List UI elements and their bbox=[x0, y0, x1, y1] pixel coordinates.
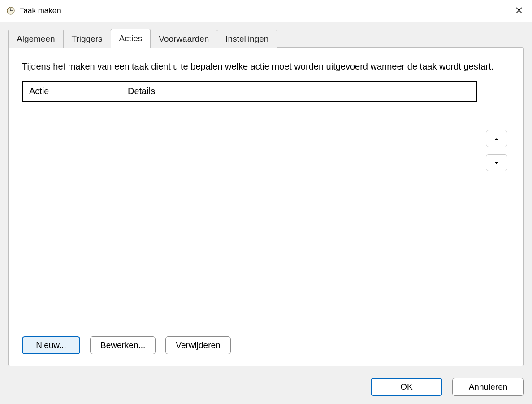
svg-point-3 bbox=[10, 10, 11, 11]
tab-settings[interactable]: Instellingen bbox=[217, 30, 277, 48]
button-label: OK bbox=[400, 382, 412, 392]
task-scheduler-icon bbox=[6, 6, 15, 15]
column-header-details[interactable]: Details bbox=[121, 82, 476, 101]
delete-button[interactable]: Verwijderen bbox=[165, 336, 230, 354]
tab-panel-actions: Tijdens het maken van een taak dient u t… bbox=[8, 47, 524, 366]
chevron-down-icon bbox=[494, 160, 499, 166]
button-label: Bewerken... bbox=[100, 340, 145, 350]
button-label: Nieuw... bbox=[36, 340, 66, 350]
move-up-button[interactable] bbox=[486, 130, 507, 147]
button-label: Verwijderen bbox=[176, 340, 220, 350]
tab-label: Acties bbox=[119, 34, 143, 43]
tab-label: Algemeen bbox=[17, 34, 55, 44]
tab-label: Instellingen bbox=[225, 34, 268, 44]
tab-general[interactable]: Algemeen bbox=[8, 30, 64, 48]
tab-label: Triggers bbox=[72, 34, 103, 44]
panel-action-buttons: Nieuw... Bewerken... Verwijderen bbox=[22, 336, 510, 354]
dialog-body: Algemeen Triggers Acties Voorwaarden Ins… bbox=[0, 22, 532, 404]
column-header-action[interactable]: Actie bbox=[23, 82, 121, 101]
tab-conditions[interactable]: Voorwaarden bbox=[150, 30, 217, 48]
close-icon bbox=[516, 6, 522, 16]
chevron-up-icon bbox=[494, 135, 499, 142]
actions-list[interactable]: Actie Details bbox=[22, 81, 477, 102]
edit-button[interactable]: Bewerken... bbox=[90, 336, 156, 354]
tab-label: Voorwaarden bbox=[159, 34, 209, 44]
cancel-button[interactable]: Annuleren bbox=[452, 378, 524, 396]
list-row: Actie Details bbox=[22, 81, 510, 328]
window-title: Taak maken bbox=[20, 6, 61, 15]
reorder-buttons bbox=[486, 130, 510, 171]
column-label: Actie bbox=[29, 86, 49, 96]
column-label: Details bbox=[128, 86, 155, 96]
new-button[interactable]: Nieuw... bbox=[22, 336, 80, 354]
list-header: Actie Details bbox=[23, 82, 476, 101]
close-button[interactable] bbox=[509, 2, 529, 19]
move-down-button[interactable] bbox=[486, 154, 507, 171]
ok-button[interactable]: OK bbox=[371, 378, 442, 396]
button-label: Annuleren bbox=[469, 382, 508, 392]
dialog-footer: OK Annuleren bbox=[8, 378, 524, 396]
tab-triggers[interactable]: Triggers bbox=[63, 30, 111, 48]
title-bar-left: Taak maken bbox=[6, 6, 61, 15]
tab-container: Algemeen Triggers Acties Voorwaarden Ins… bbox=[8, 29, 524, 366]
title-bar: Taak maken bbox=[0, 0, 532, 22]
panel-description: Tijdens het maken van een taak dient u t… bbox=[22, 60, 510, 73]
tab-strip: Algemeen Triggers Acties Voorwaarden Ins… bbox=[8, 29, 524, 48]
tab-actions[interactable]: Acties bbox=[111, 29, 151, 48]
